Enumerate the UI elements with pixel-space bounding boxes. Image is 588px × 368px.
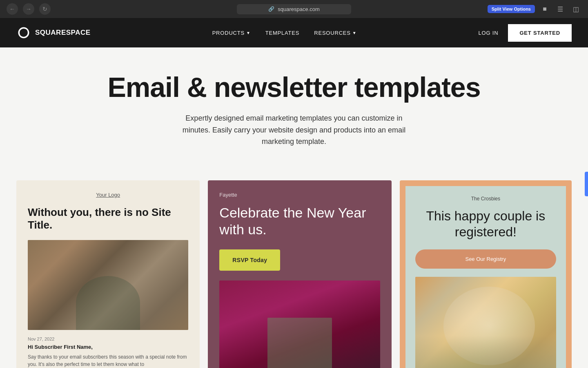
browser-extensions-button[interactable]: ■ [539,3,550,15]
refresh-icon: ↻ [42,6,47,12]
card-peach-inner: The Crosbies This happy couple is regist… [405,186,566,368]
card-image-flowers [415,277,556,368]
nav-links: PRODUCTS ▼ TEMPLATES RESOURCES ▼ [212,30,357,36]
split-view-badge[interactable]: Split View Options [488,5,535,13]
hero-subtitle: Expertly designed email marketing templa… [176,112,412,148]
card-label-crosbies: The Crosbies [415,196,556,202]
tailor-image [28,240,188,330]
main-navbar: SQUARESPACE PRODUCTS ▼ TEMPLATES RESOURC… [0,18,588,47]
nav-right: LOG IN GET STARTED [479,24,572,42]
logo-text: SQUARESPACE [35,29,91,37]
templates-grid: Your Logo Without you, there is no Site … [0,164,588,368]
products-chevron-icon: ▼ [246,31,251,35]
card-image-cocktail [219,280,380,368]
get-started-button[interactable]: GET STARTED [508,24,572,42]
card-image-tailor [28,240,188,330]
browser-reader-button[interactable]: ☰ [555,3,566,15]
log-in-button[interactable]: LOG IN [479,30,499,36]
rsvp-button[interactable]: RSVP Today [219,249,280,271]
back-icon: ← [9,6,15,12]
template-card-purple[interactable]: Fayette Celebrate the New Year with us. … [208,180,391,368]
puzzle-icon: ■ [543,5,547,13]
card-title-beige: Without you, there is no Site Title. [28,206,188,231]
browser-back-button[interactable]: ← [7,3,18,15]
nav-templates[interactable]: TEMPLATES [265,30,300,36]
browser-split-button[interactable]: ◫ [570,3,581,15]
nav-resources[interactable]: RESOURCES ▼ [314,30,356,36]
card-body: Say thanks to your email subscribers thi… [28,353,188,368]
registry-button[interactable]: See Our Registry [415,249,556,269]
reader-icon: ☰ [557,5,563,13]
forward-icon: → [26,6,31,12]
browser-forward-button[interactable]: → [23,3,34,15]
card-logo: Your Logo [28,192,188,198]
template-card-beige[interactable]: Your Logo Without you, there is no Site … [16,180,200,368]
hero-section: Email & newsletter templates Expertly de… [0,47,588,164]
lock-icon: 🔗 [268,6,274,12]
squarespace-logo-icon [16,25,31,40]
split-icon: ◫ [573,5,579,13]
card-title-peach: This happy couple is registered! [415,208,556,240]
url-bar[interactable]: 🔗 squarespace.com [237,4,351,14]
sidebar-drag-handle[interactable] [585,172,588,196]
browser-right-controls: Split View Options ■ ☰ ◫ [488,3,581,15]
hero-title: Email & newsletter templates [16,72,572,103]
card-label-fayette: Fayette [219,192,380,198]
url-text: squarespace.com [278,6,320,12]
card-greeting: Hi Subscriber First Name, [28,344,188,350]
template-card-peach[interactable]: The Crosbies This happy couple is regist… [400,180,572,368]
browser-nav-controls: ← → ↻ [7,3,51,15]
nav-products[interactable]: PRODUCTS ▼ [212,30,251,36]
logo-link[interactable]: SQUARESPACE [16,25,91,40]
browser-chrome: ← → ↻ 🔗 squarespace.com Split View Optio… [0,0,588,18]
resources-chevron-icon: ▼ [352,31,357,35]
card-title-purple: Celebrate the New Year with us. [219,204,380,238]
card-date: Nov 27, 2022 [28,337,188,341]
browser-refresh-button[interactable]: ↻ [39,3,51,15]
